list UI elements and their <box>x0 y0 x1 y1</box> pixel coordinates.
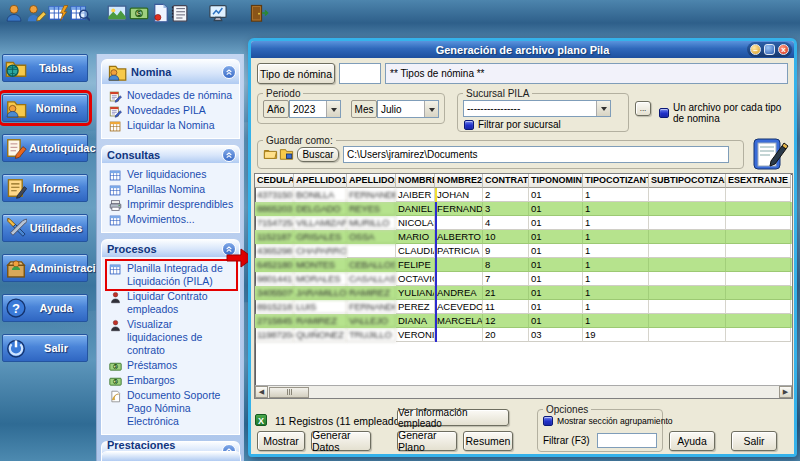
scroll-left-icon[interactable]: ◀ <box>255 386 268 398</box>
menu-item-novedades-pila[interactable]: Novedades PILA <box>107 103 236 118</box>
minimize-button[interactable]: – <box>750 44 761 55</box>
menu-item-visualizar-liquidaciones-de-contrato[interactable]: Visualizar liquidaciones de contrato <box>107 317 236 358</box>
table-row[interactable]: 11987204QUIÑONEZTRUJILLOVERONICA200319 <box>255 328 792 342</box>
table-row[interactable]: 8865203DELGADOREYESDANIELFERNANDO3011 <box>255 202 792 216</box>
menu-item-embargos[interactable]: $Embargos <box>107 373 236 388</box>
menu-item-ver-liquidaciones[interactable]: Ver liquidaciones <box>107 167 236 182</box>
dialog-generacion-pila: Generación de archivo plano Pila – x Tip… <box>248 38 797 457</box>
buscar-button[interactable]: Buscar <box>297 147 339 162</box>
table-cell-nombre2 <box>435 272 483 286</box>
table-row[interactable]: 8915218LUISFERNANDOPEREZACEVEDO11011 <box>255 300 792 314</box>
column-header-nombre2[interactable]: NOMBRE2 <box>435 174 483 188</box>
menu-item-imprimir-desprendibles[interactable]: Imprimir desprendibles <box>107 197 236 212</box>
table-row[interactable]: 9801441MORALESCASALLASOCTAVIO7011 <box>255 272 792 286</box>
menu-item-pr-stamos[interactable]: $Préstamos <box>107 358 236 373</box>
document-red-icon[interactable] <box>151 3 171 23</box>
collapsed-section-stub[interactable] <box>102 452 240 461</box>
table-row[interactable]: 4365298CHAPARROCLAUDIAPATRICIA9011 <box>255 244 792 258</box>
column-header-esextranje[interactable]: ESEXTRANJE <box>726 174 791 188</box>
exit-door-icon[interactable] <box>249 3 269 23</box>
filtrar-f3-input[interactable] <box>597 433 657 448</box>
menu-item-novedades-de-n-mina[interactable]: Novedades de nómina <box>107 88 236 103</box>
save-path-input[interactable]: C:\Users\jramirez\Documents <box>343 146 729 163</box>
table-cell-tipocotizante: 1 <box>583 216 649 230</box>
user-edit-icon[interactable] <box>26 3 46 23</box>
column-header-nombre1[interactable]: NOMBRE1 <box>396 174 435 188</box>
sidebar-item-utilidades[interactable]: Utilidades <box>2 214 88 242</box>
column-header-apellido2[interactable]: APELLIDO2 <box>347 174 396 188</box>
mes-combobox[interactable]: Julio <box>377 100 439 118</box>
scrollbar-thumb[interactable] <box>269 387 309 398</box>
sidebar-item-label: Salir <box>29 342 87 354</box>
chevron-down-icon[interactable] <box>424 101 438 117</box>
scroll-right-icon[interactable]: ▶ <box>779 386 792 398</box>
save-folder-icon[interactable] <box>279 147 294 161</box>
ver-info-empleado-button[interactable]: Ver información empleado <box>397 409 509 426</box>
sidebar-item-salir[interactable]: Salir <box>2 334 88 362</box>
filtrar-sucursal-checkbox[interactable] <box>464 120 474 130</box>
column-header-tipocotizante[interactable]: TIPOCOTIZANTE <box>583 174 649 188</box>
menu-item-documento-soporte-pago-n-mina-electr-nic[interactable]: Documento Soporte Pago Nómina Electrónic… <box>107 388 236 429</box>
chevron-down-icon[interactable] <box>596 101 610 116</box>
dialog-titlebar[interactable]: Generación de archivo plano Pila – x <box>251 41 794 58</box>
collapse-chevron-icon[interactable] <box>222 148 236 162</box>
column-header-cedula[interactable]: CEDULA <box>255 174 294 188</box>
un-archivo-checkbox[interactable] <box>659 108 669 118</box>
notebook-icon[interactable] <box>170 3 190 23</box>
menu-item-planilla-integrada-de-liquidaci-n-pila-[interactable]: Planilla Integrada de Liquidación (PILA) <box>107 261 236 289</box>
salir-button[interactable]: Salir <box>731 431 777 451</box>
menu-item-planillas-nomina[interactable]: Planillas Nomina <box>107 182 236 197</box>
user-icon[interactable] <box>4 3 24 23</box>
table-row[interactable]: 71547254VILLAMIZARMURILLONICOLAS4011 <box>255 216 792 230</box>
ayuda-button[interactable]: Ayuda <box>669 431 715 451</box>
table-cell-apellido1: VILLAMIZAR <box>294 216 347 230</box>
column-header-tiponomina[interactable]: TIPONOMINA <box>529 174 583 188</box>
agrupamiento-checkbox[interactable] <box>543 416 553 426</box>
section-header[interactable]: Consultas <box>102 146 239 163</box>
generar-datos-button[interactable]: Generar Datos <box>311 431 371 451</box>
table-search-icon[interactable] <box>70 3 90 23</box>
employee-table[interactable]: CEDULAAPELLIDO1APELLIDO2NOMBRE1NOMBRE2CO… <box>254 173 793 399</box>
ano-combobox[interactable]: 2023 <box>289 100 341 118</box>
image-icon[interactable] <box>107 3 127 23</box>
table-cell-nombre2: FERNANDO <box>435 202 483 216</box>
table-cell-subtipocotizante <box>649 216 726 230</box>
notepad-pencil-icon[interactable] <box>749 137 789 171</box>
table-row[interactable]: 2715845RAMIREZVALLEJODIANAMARCELA12011 <box>255 314 792 328</box>
tipo-nomina-button[interactable]: Tipo de nómina <box>257 63 335 84</box>
column-header-subtipocotizante[interactable]: SUBTIPOCOTIZANTE <box>649 174 726 188</box>
close-button[interactable]: x <box>778 44 789 55</box>
table-row[interactable]: 4373150BONILLAFERNANDEZJAIBERJOHAN2011 <box>255 188 792 202</box>
generar-plano-button[interactable]: Generar Plano <box>397 431 457 451</box>
chevron-down-icon[interactable] <box>326 101 340 117</box>
section-header[interactable]: Nomina <box>102 60 239 84</box>
mostrar-button[interactable]: Mostrar <box>257 431 305 451</box>
table-row[interactable]: 6452180MONTESCEBALLOSFELIPE8011 <box>255 258 792 272</box>
tipo-nomina-code-input[interactable] <box>339 63 381 84</box>
table-row[interactable]: 34055079JARAMILLORAMIREZYULIANAANDREA210… <box>255 286 792 300</box>
menu-item-liquidar-contrato-empleados[interactable]: Liquidar Contrato empleados <box>107 289 236 317</box>
column-header-contrato[interactable]: CONTRATO <box>483 174 529 188</box>
sidebar-item-ayuda[interactable]: ?Ayuda <box>2 294 88 322</box>
menu-item-liquidar-la-nomina[interactable]: Liquidar la Nomina <box>107 118 236 133</box>
menu-item-movimientos-[interactable]: Movimientos... <box>107 212 236 227</box>
sidebar-item-autoliquidaci-n[interactable]: Autoliquidación <box>2 134 88 162</box>
section-header[interactable]: Procesos <box>102 240 239 257</box>
column-header-apellido1[interactable]: APELLIDO1 <box>294 174 347 188</box>
sidebar-item-tablas[interactable]: Tablas <box>2 54 88 82</box>
excel-export-icon[interactable]: X <box>255 414 267 426</box>
maximize-button[interactable] <box>764 44 775 55</box>
sucursal-combobox[interactable]: ---------------- <box>463 100 611 117</box>
sidebar-item-informes[interactable]: Informes <box>2 174 88 202</box>
collapse-chevron-icon[interactable] <box>222 65 236 79</box>
monitor-chart-icon[interactable] <box>208 3 228 23</box>
sidebar-item-nomina[interactable]: Nomina <box>2 94 88 122</box>
horizontal-scrollbar[interactable]: ◀ ▶ <box>255 385 792 398</box>
resumen-button[interactable]: Resumen <box>463 431 513 451</box>
sidebar-item-administraci-n[interactable]: Administración <box>2 254 88 282</box>
sucursal-browse-button[interactable]: ... <box>635 101 651 116</box>
table-bolt-icon[interactable] <box>48 3 68 23</box>
open-folder-icon[interactable] <box>263 147 278 161</box>
table-row[interactable]: 1152187GRISALESOSSAMARIOALBERTO10011 <box>255 230 792 244</box>
money-icon[interactable]: $ <box>129 3 149 23</box>
